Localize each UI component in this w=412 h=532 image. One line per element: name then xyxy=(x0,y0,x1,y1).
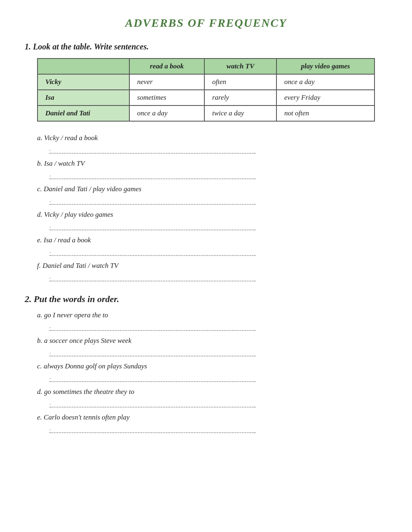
cell-vicky-watch: often xyxy=(204,74,276,90)
exercise-prompt: Daniel and Tati / watch TV xyxy=(42,262,118,270)
cell-daniel-play: not often xyxy=(276,105,375,121)
answer-line[interactable] xyxy=(49,424,255,433)
exercise-item: c. Daniel and Tati / play video games xyxy=(37,185,387,205)
answer-line[interactable] xyxy=(49,247,255,256)
exercise-item: d. go sometimes the theatre they to xyxy=(37,388,387,408)
exercise-prompt: a soccer once plays Steve week xyxy=(44,337,131,345)
cell-daniel-read: once a day xyxy=(129,105,204,121)
exercise-item: a. Vicky / read a book xyxy=(37,134,387,154)
frequency-table: read a book watch TV play video games Vi… xyxy=(37,58,375,122)
answer-line[interactable] xyxy=(49,145,255,154)
answer-line[interactable] xyxy=(49,322,255,331)
exercise-label: d. xyxy=(37,211,42,218)
col-header-subject xyxy=(37,59,129,74)
exercise-item: e. Isa / read a book xyxy=(37,236,387,256)
exercise-label: b. xyxy=(37,337,42,345)
exercise-label: e. xyxy=(37,413,42,421)
exercise-label: a. xyxy=(37,311,42,319)
exercise-label: f. xyxy=(37,262,41,270)
exercise-label: e. xyxy=(37,236,42,244)
col-header-read-book: read a book xyxy=(129,59,204,74)
table-row: Isa sometimes rarely every Friday xyxy=(37,90,375,105)
exercise-item: b. a soccer once plays Steve week xyxy=(37,337,387,356)
cell-daniel-watch: twice a day xyxy=(204,105,276,121)
table-row: Daniel and Tati once a day twice a day n… xyxy=(37,105,375,121)
exercise-prompt: Vicky / play video games xyxy=(44,211,113,218)
cell-isa-watch: rarely xyxy=(204,90,276,105)
exercise-item: b. Isa / watch TV xyxy=(37,159,387,179)
answer-line[interactable] xyxy=(49,398,255,408)
exercise-prompt: Daniel and Tati / play video games xyxy=(44,185,141,193)
exercise-prompt: always Donna golf on plays Sundays xyxy=(44,362,147,370)
row-label-isa: Isa xyxy=(37,90,129,105)
exercise-prompt: Isa / watch TV xyxy=(44,159,85,167)
section1-header: 1. Look at the table. Write sentences. xyxy=(25,42,387,52)
answer-line[interactable] xyxy=(49,196,255,205)
table-row: Vicky never often once a day xyxy=(37,74,375,90)
answer-line[interactable] xyxy=(49,373,255,382)
section2-exercises: a. go I never opera the to b. a soccer o… xyxy=(37,311,387,433)
exercise-prompt: Carlo doesn't tennis often play xyxy=(44,413,130,421)
cell-vicky-play: once a day xyxy=(276,74,375,90)
section1-exercises: a. Vicky / read a book b. Isa / watch TV… xyxy=(37,134,387,281)
exercise-label: b. xyxy=(37,159,42,167)
exercise-prompt: go I never opera the to xyxy=(44,311,108,319)
answer-line[interactable] xyxy=(49,170,255,179)
cell-vicky-read: never xyxy=(129,74,204,90)
exercise-label: a. xyxy=(37,134,42,142)
row-label-daniel: Daniel and Tati xyxy=(37,105,129,121)
answer-line[interactable] xyxy=(49,347,255,356)
cell-isa-read: sometimes xyxy=(129,90,204,105)
exercise-item: d. Vicky / play video games xyxy=(37,211,387,230)
exercise-prompt: Vicky / read a book xyxy=(44,134,98,142)
exercise-prompt: Isa / read a book xyxy=(44,236,91,244)
exercise-item: e. Carlo doesn't tennis often play xyxy=(37,413,387,433)
row-label-vicky: Vicky xyxy=(37,74,129,90)
exercise-item: a. go I never opera the to xyxy=(37,311,387,331)
exercise-label: c. xyxy=(37,185,42,193)
section2-header: 2. Put the words in order. xyxy=(25,294,387,305)
exercise-label: d. xyxy=(37,388,42,396)
cell-isa-play: every Friday xyxy=(276,90,375,105)
section2: 2. Put the words in order. a. go I never… xyxy=(25,294,387,433)
exercise-label: c. xyxy=(37,362,42,370)
page-title: ADVERBS OF FREQUENCY xyxy=(25,16,387,30)
exercise-prompt: go sometimes the theatre they to xyxy=(44,388,134,396)
answer-line[interactable] xyxy=(49,272,255,281)
col-header-watch-tv: watch TV xyxy=(204,59,276,74)
col-header-play-video: play video games xyxy=(276,59,375,74)
exercise-item: f. Daniel and Tati / watch TV xyxy=(37,262,387,281)
exercise-item: c. always Donna golf on plays Sundays xyxy=(37,362,387,382)
answer-line[interactable] xyxy=(49,221,255,230)
